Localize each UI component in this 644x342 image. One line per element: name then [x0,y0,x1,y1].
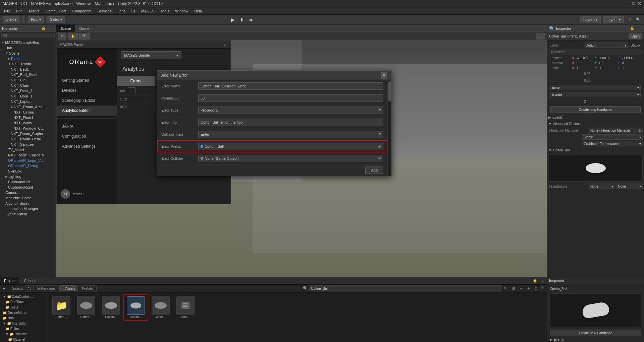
tab-console[interactable]: Console [20,277,42,284]
tree-item-cupboard-left[interactable]: CupboardLeft [0,179,56,185]
scene-tool-2[interactable]: ✋ [68,33,78,40]
tree-item-cupboard-right[interactable]: CupboardRight [0,185,56,190]
inspector-lock-icon[interactable]: 🔒 [629,25,635,31]
tree-item-chair[interactable]: NXT_Chair [0,83,56,88]
asset-cotton-script[interactable]: Cotton… [174,295,197,320]
add-error-btn[interactable]: Add [365,166,383,174]
folder-runtime2[interactable]: ▼ 📁 Runtime [0,331,47,337]
folder-tests[interactable]: 📁 Tests [0,304,47,310]
tree-item-patient[interactable]: ▶ Patient [0,56,56,61]
tree-item-room-archi[interactable]: ▶ NXT_Room_Archi… [0,104,56,110]
menu-window[interactable]: Window [172,8,191,14]
none-dropdown[interactable]: none ▾ [550,85,641,90]
project-icon-3[interactable]: ★ [526,285,532,291]
input-error-info[interactable] [198,119,383,126]
layout-dropdown[interactable]: Layout ▾ [603,16,624,23]
nav-configuration[interactable]: Configuration [57,131,117,141]
tree-item-desk[interactable]: NXT_Desk_1 [0,88,56,93]
filter-in-packages[interactable]: In Packages [35,285,58,291]
dropdown-error-type[interactable]: Procedural ▾ [198,107,383,114]
discrete-dropdown[interactable]: iscrete ▾ [550,92,641,97]
project-icon-4[interactable]: ⊙ [533,285,539,291]
single-dropdown[interactable]: Single ▾ [582,134,643,140]
nav-devices[interactable]: Devices [57,85,117,95]
menu-file[interactable]: File [1,8,13,14]
global-btn[interactable]: Global ▾ [47,16,65,23]
dialog-close-btn[interactable]: ✕ [381,72,387,79]
folder-material[interactable]: 📁 Material [0,337,47,342]
tree-item-ceiling[interactable]: NXT_Ceiling [0,110,56,115]
analytics-tab-errors[interactable]: Errors [117,76,155,86]
maximize-btn[interactable]: ⧉ [632,1,635,6]
scene-tool-1[interactable]: ⊕ [58,33,66,40]
bundle-dropdown[interactable]: MAGES Bundle ▾ [121,51,181,59]
nav-advanced-settings[interactable]: Advanced Settings [57,141,117,151]
hierarchy-menu-icon[interactable]: ⋮ [48,25,54,31]
dialog-scroll-thumb[interactable] [388,81,391,101]
asset-bundle-variant[interactable]: None ▾ [616,184,643,189]
tree-item-bin[interactable]: NXT_Bin [0,77,56,83]
dialog-scrollbar[interactable] [387,80,391,176]
nav-analytics-editor[interactable]: Analytics Editor [57,106,117,116]
asset-cotton-mesh3[interactable]: Cotton… [149,295,172,320]
minimize-btn[interactable]: — [625,1,629,6]
asset-cotton-prefab[interactable]: Cotton… [124,295,148,320]
tree-item-camera[interactable]: Camera [0,190,56,195]
tree-item-bed1[interactable]: NXT_Bed1 [0,67,56,72]
nav-getting-started[interactable]: Getting Started [57,75,117,85]
menu-mages[interactable]: MAGES [139,8,157,14]
menu-assets[interactable]: Assets [26,8,42,14]
project-icon-2[interactable]: ≡ [518,285,524,291]
inspector-menu-icon[interactable]: ⋮ [636,25,642,31]
asset-cotton-mesh1[interactable]: Cotton… [74,295,98,320]
hierarchy-lock-icon[interactable]: 🔒 [41,25,47,31]
project-menu-icon[interactable]: ⋮ [539,278,545,284]
menu-jobs[interactable]: Jobs [115,8,128,14]
folder-editor[interactable]: 📁 Editor [0,326,47,331]
tree-item-laptop[interactable]: NXT_Laptop [0,99,56,104]
ek-dropdown[interactable]: ⊙ EK ▾ [3,16,19,23]
tree-item-detail[interactable]: NXT_Room_Detail… [0,136,56,142]
folder-hub[interactable]: 📁 Hub [0,315,47,321]
mages-panel-collapse[interactable]: « [222,42,228,48]
nav-scenegraph[interactable]: Scenegraph Editor [57,95,117,106]
tree-item-floor[interactable]: NXT_Floor1 [0,115,56,120]
tree-item-walls[interactable]: NXT_Walls [0,120,56,126]
asset-cotton-folder[interactable]: 📁 Cotton… [50,295,73,320]
filter-prefabs[interactable]: 'Prefabs' [79,285,96,291]
prefab-picker-icon[interactable]: ⊙ [378,144,381,149]
tree-item-lighting[interactable]: ▶ Lighting [0,174,56,179]
create-handpose-btn-bottom[interactable]: Create new Handpose [550,330,641,336]
grabbable-dropdown[interactable]: Grabbable To Interactor ▾ [582,141,643,146]
static-arrow[interactable]: ▾ [639,44,641,47]
tree-item-pictog[interactable]: ORamaVR_Pictog… [0,163,56,168]
create-handpose-btn[interactable]: Create new Handpose [550,106,641,113]
scene-2d-btn[interactable]: 2D [79,33,90,40]
asset-cotton-mesh2[interactable]: Cotton… [99,295,123,320]
tree-item-interaction-mgr[interactable]: Interaction Manager [0,206,56,211]
menu-component[interactable]: Component [69,8,94,14]
menu-ci[interactable]: CI [129,8,138,14]
layers-dropdown[interactable]: Layers ▾ [580,16,601,23]
tree-item-bed-stool[interactable]: NXT_Bed_Stool [0,72,56,77]
collider-picker-icon[interactable]: ⊙ [378,156,381,160]
filter-all[interactable]: All [25,285,34,291]
pivot-btn[interactable]: Pivot ▾ [28,16,44,23]
events-section-bottom[interactable]: ▶ Events [550,336,641,342]
tree-item-cupboard[interactable]: NXT_Room_Cupbo… [0,131,56,136]
tree-item-hub[interactable]: Hub [0,45,56,51]
interaction-manager-dropdown[interactable]: None (Interaction Manager) ⊙ [589,128,643,133]
tree-item-medicine[interactable]: Medicine_Bottle [0,195,56,201]
obj-ref-prefab[interactable]: Cotton_Ball ⊙ [198,143,383,150]
dropdown-collision-type[interactable]: Enter ▾ [198,131,383,138]
tab-game[interactable]: Game [75,25,94,32]
tree-item-skinbox[interactable]: SkinBox [0,168,56,174]
tree-item-event-system[interactable]: EventSystem [0,211,56,217]
cotton-ball-section[interactable]: ▼ Cotton_Ball [548,147,643,153]
analytics-add-btn[interactable]: + [128,87,136,94]
filter-in-assets[interactable]: In Assets [59,285,78,291]
pause-button[interactable]: ⏸ [238,16,246,24]
search-clear-icon[interactable]: ✕ [503,286,507,291]
advanced-options-section[interactable]: ▼ Advanced Options [548,121,643,127]
menu-edit[interactable]: Edit [13,8,25,14]
